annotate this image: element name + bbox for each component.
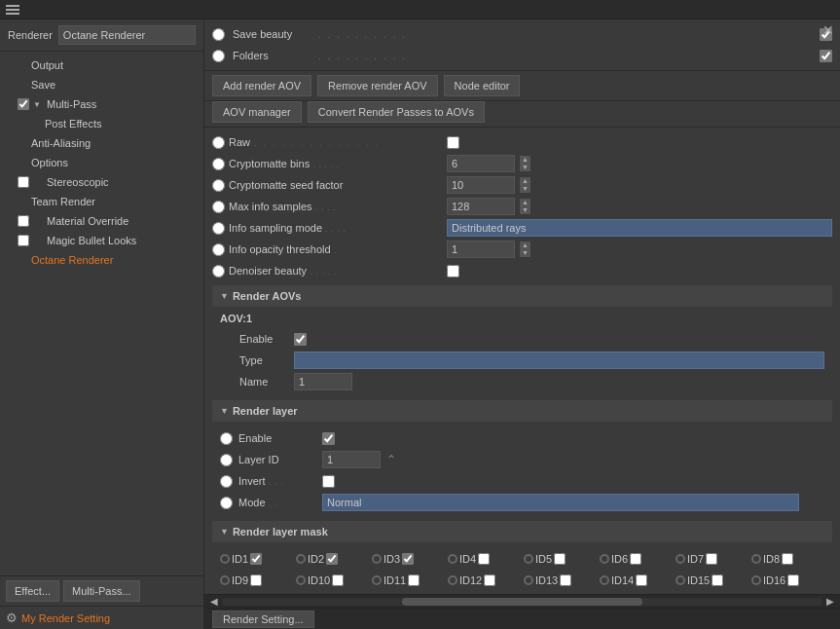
mask-cb-id7[interactable]	[706, 553, 717, 565]
add-render-aov-button[interactable]: Add render AOV	[212, 75, 311, 96]
render-layer-section-header[interactable]: ▼ Render layer	[212, 400, 832, 422]
sidebar-item-octane-renderer[interactable]: Octane Renderer	[14, 250, 203, 270]
mask-radio-id10[interactable]	[296, 575, 306, 585]
close-button[interactable]: ✕	[822, 23, 834, 37]
mask-radio-id6[interactable]	[600, 554, 609, 564]
max-info-samples-spinner[interactable]: ▲ ▼	[520, 199, 530, 214]
sidebar-item-options[interactable]: Options	[14, 153, 203, 172]
aov-manager-button[interactable]: AOV manager	[212, 101, 302, 123]
mask-radio-id16[interactable]	[751, 575, 761, 585]
save-beauty-radio[interactable]	[212, 28, 225, 41]
scroll-track[interactable]	[222, 598, 822, 606]
multipass-checkbox[interactable]	[18, 98, 29, 110]
cryptomatte-bins-spinner[interactable]: ▲ ▼	[520, 156, 530, 171]
denoiser-beauty-checkbox[interactable]	[447, 265, 459, 278]
mask-radio-id5[interactable]	[524, 554, 533, 564]
cryptomatte-seed-input[interactable]	[447, 176, 515, 194]
material-override-checkbox[interactable]	[18, 215, 29, 227]
cryptomatte-bins-input[interactable]	[447, 155, 515, 172]
mask-cb-id8[interactable]	[782, 553, 793, 565]
sidebar-item-posteffects[interactable]: Post Effects	[27, 114, 203, 133]
spinner-down-icon[interactable]: ▼	[520, 249, 530, 257]
cryptomatte-bins-radio[interactable]	[212, 158, 225, 170]
mask-cb-id11[interactable]	[408, 574, 420, 586]
magic-bullet-checkbox[interactable]	[18, 235, 29, 246]
max-info-samples-radio[interactable]	[212, 201, 225, 213]
mask-cb-id12[interactable]	[484, 574, 495, 586]
folders-radio[interactable]	[212, 50, 225, 62]
sidebar-item-save[interactable]: Save	[14, 75, 203, 94]
multipass-button[interactable]: Multi-Pass...	[63, 580, 140, 602]
aov-enable-checkbox[interactable]	[294, 333, 307, 346]
renderer-select[interactable]: Octane Renderer	[58, 25, 196, 45]
mask-cb-id14[interactable]	[636, 574, 647, 586]
raw-radio[interactable]	[212, 136, 225, 149]
scroll-right-icon[interactable]: ▶	[822, 596, 838, 607]
mask-radio-id14[interactable]	[600, 575, 609, 585]
sidebar-item-antialiasing[interactable]: Anti-Aliasing	[14, 133, 203, 153]
scroll-left-icon[interactable]: ◀	[206, 596, 222, 607]
spinner-up-icon[interactable]: ▲	[520, 241, 530, 249]
render-setting-button[interactable]: Render Setting...	[212, 610, 314, 628]
sidebar-item-output[interactable]: Output	[14, 56, 203, 75]
mask-radio-id9[interactable]	[220, 575, 230, 585]
info-sampling-mode-radio[interactable]	[212, 222, 225, 235]
spinner-down-icon[interactable]: ▼	[520, 206, 530, 214]
rl-enable-radio[interactable]	[220, 432, 233, 445]
rl-enable-checkbox[interactable]	[322, 432, 335, 445]
render-layer-mask-section-header[interactable]: ▼ Render layer mask	[212, 521, 832, 542]
node-editor-button[interactable]: Node editor	[444, 75, 521, 96]
info-opacity-radio[interactable]	[212, 243, 225, 256]
mask-radio-id15[interactable]	[676, 575, 685, 585]
max-info-samples-input[interactable]	[447, 198, 515, 215]
mask-radio-id8[interactable]	[751, 554, 761, 564]
hamburger-menu-icon[interactable]	[6, 5, 19, 15]
horizontal-scrollbar[interactable]: ◀ ▶	[204, 594, 840, 608]
rl-mode-input[interactable]	[322, 494, 799, 511]
remove-render-aov-button[interactable]: Remove render AOV	[317, 75, 438, 96]
mask-cb-id13[interactable]	[560, 574, 571, 586]
denoiser-beauty-radio[interactable]	[212, 265, 225, 278]
convert-passes-button[interactable]: Convert Render Passes to AOVs	[308, 101, 485, 123]
mask-cb-id6[interactable]	[630, 553, 641, 565]
raw-checkbox[interactable]	[447, 136, 459, 149]
spinner-up-icon[interactable]: ▲	[520, 177, 530, 185]
mask-radio-id13[interactable]	[524, 575, 533, 585]
sidebar-item-magic-bullet[interactable]: Magic Bullet Looks	[14, 231, 203, 250]
mask-cb-id1[interactable]	[250, 553, 262, 565]
mask-cb-id9[interactable]	[250, 574, 262, 586]
cryptomatte-seed-radio[interactable]	[212, 179, 225, 192]
mask-radio-id12[interactable]	[448, 575, 457, 585]
mask-cb-id15[interactable]	[712, 574, 723, 586]
mask-radio-id7[interactable]	[676, 554, 685, 564]
mask-cb-id3[interactable]	[402, 553, 414, 565]
sidebar-item-teamrender[interactable]: Team Render	[14, 192, 203, 211]
sidebar-item-multipass[interactable]: ▼ Multi-Pass	[14, 94, 203, 114]
rl-mode-radio[interactable]	[220, 497, 233, 509]
mask-cb-id4[interactable]	[478, 553, 490, 565]
folders-checkbox[interactable]	[820, 50, 832, 62]
gear-icon[interactable]: ⚙	[6, 610, 18, 625]
sidebar-item-material-override[interactable]: Material Override	[14, 211, 203, 231]
mask-radio-id3[interactable]	[372, 554, 382, 564]
mask-cb-id5[interactable]	[554, 553, 566, 565]
info-opacity-spinner[interactable]: ▲ ▼	[520, 241, 530, 257]
spinner-up-icon[interactable]: ▲	[520, 199, 530, 206]
mask-radio-id4[interactable]	[448, 554, 457, 564]
my-render-setting-label[interactable]: My Render Setting	[21, 612, 110, 624]
mask-radio-id2[interactable]	[296, 554, 306, 564]
info-opacity-input[interactable]	[447, 240, 515, 258]
rl-layerid-radio[interactable]	[220, 454, 233, 466]
aov-name-input[interactable]	[294, 373, 352, 390]
spinner-up-icon[interactable]: ▲	[520, 156, 530, 164]
scroll-thumb[interactable]	[402, 598, 642, 606]
info-sampling-mode-input[interactable]	[447, 219, 832, 237]
rl-invert-radio[interactable]	[220, 475, 233, 488]
mask-cb-id16[interactable]	[787, 574, 799, 586]
mask-cb-id10[interactable]	[332, 574, 344, 586]
mask-cb-id2[interactable]	[326, 553, 338, 565]
spinner-down-icon[interactable]: ▼	[520, 185, 530, 193]
rl-layerid-spin-icon[interactable]: ⌃	[386, 453, 396, 466]
aov-type-input[interactable]: Light pass ID	[294, 352, 824, 369]
mask-radio-id11[interactable]	[372, 575, 382, 585]
